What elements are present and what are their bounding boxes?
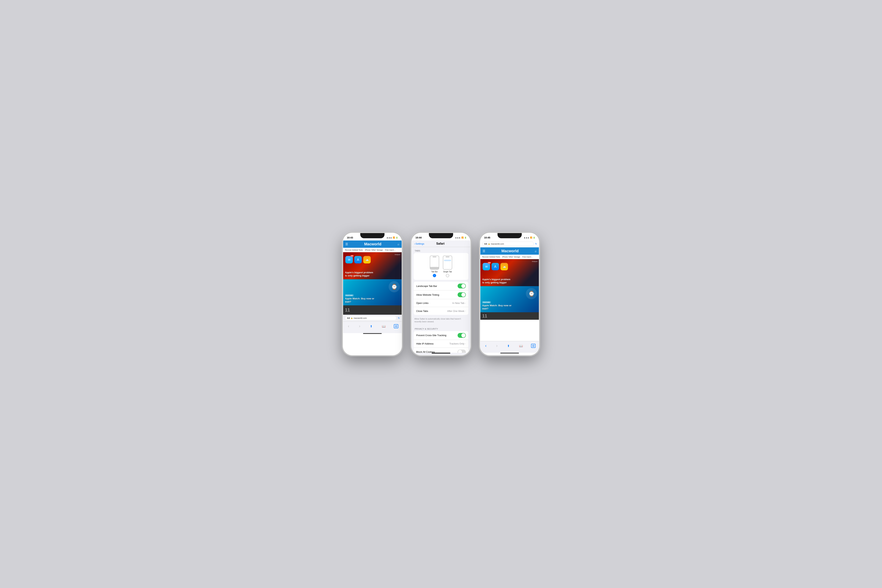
reload-icon-3[interactable]: ↻: [535, 243, 537, 245]
search-icon-1[interactable]: ⌕: [398, 243, 399, 246]
share-btn-3[interactable]: ⬆︎: [506, 344, 511, 348]
battery-icon-3: 🔋: [533, 237, 535, 238]
safari-bottom-1: ‹ › ⬆︎ 📖 ⊡: [343, 321, 402, 333]
settings-back-label[interactable]: Settings: [416, 242, 424, 245]
card-headline-3-2b: wait?: [482, 307, 512, 310]
tab-option-single[interactable]: Single Tab: [443, 256, 452, 277]
tabs-section-header: TABS: [412, 247, 470, 253]
reload-icon-1[interactable]: ↻: [398, 317, 400, 320]
landscape-tab-row[interactable]: Landscape Tab Bar: [414, 282, 468, 291]
phone1: 10:43 ▲▲▲ 📶 🔋 ☰ Macworld ⌕ Recover Delet…: [342, 232, 402, 356]
block-cookies-label: Block All Cookies: [416, 351, 458, 353]
nav-item-3-2[interactable]: iPhone 'Other' Storage: [502, 256, 520, 258]
signal-icon-3: ▲▲▲: [524, 237, 529, 238]
settings-group-tabs: Landscape Tab Bar Allow Website Tinting: [414, 282, 468, 315]
menu-icon-1[interactable]: ☰: [345, 242, 348, 246]
close-tabs-note: Allow Safari to automatically close tabs…: [412, 317, 470, 325]
macworld-header-1: ☰ Macworld ⌕: [343, 240, 402, 248]
block-cookies-row[interactable]: Block All Cookies: [414, 348, 468, 353]
settings-back-btn[interactable]: ‹ Settings: [414, 242, 424, 245]
content-spacer-3: [480, 320, 539, 341]
phone2: 10:44 ▲▲▲ 📶 🔋 ‹ Settings Safari: [411, 232, 471, 356]
notch-3: [498, 233, 522, 238]
safari-bottom-3: ‹ › ⬆︎ 📖 ⊡: [480, 341, 539, 353]
nav-item-1[interactable]: Recover Deleted Texts: [345, 249, 363, 251]
home-indicator-3: [500, 353, 519, 354]
notch-2: [429, 233, 453, 238]
wifi-icon-3: 📶: [530, 237, 532, 238]
settings-group-privacy: Prevent Cross-Site Tracking Hide IP Addr…: [414, 331, 468, 353]
tab-option-bar[interactable]: Tab Bar ✓: [430, 256, 439, 277]
forward-btn-1[interactable]: ›: [357, 323, 362, 329]
feature-badge-1: FEATURE: [345, 294, 354, 296]
nav-item-3-1[interactable]: Recover Deleted Texts: [482, 256, 500, 258]
back-btn-3[interactable]: ‹: [484, 343, 488, 349]
macworld-logo-1: Macworld: [348, 242, 398, 246]
macworld-header-3: ☰ Macworld ⌕: [480, 248, 539, 255]
lock-icon-1: 🔒: [351, 317, 353, 319]
tab-bar-label: Tab Bar: [431, 271, 438, 273]
menu-icon-3[interactable]: ☰: [483, 249, 485, 253]
bookmarks-btn-3[interactable]: 📖: [518, 344, 524, 348]
back-chevron: ‹: [414, 242, 415, 245]
block-cookies-toggle[interactable]: [458, 350, 466, 353]
hide-ip-chevron: ›: [465, 342, 466, 345]
card-headline-1b: is only getting bigger: [345, 274, 373, 278]
nav-item-3-3[interactable]: Free macO…: [522, 256, 533, 258]
nav-item-2[interactable]: iPhone 'Other' Storage: [365, 249, 383, 251]
open-links-row[interactable]: Open Links In New Tab ›: [414, 299, 468, 307]
single-tab-label: Single Tab: [443, 271, 452, 273]
close-tabs-row[interactable]: Close Tabs After One Week ›: [414, 307, 468, 315]
card-text-1: Apple's biggest problem is only getting …: [345, 271, 373, 278]
time-2: 10:44: [416, 236, 422, 239]
nav-item-3[interactable]: Free macO…: [385, 249, 396, 251]
website-tinting-row[interactable]: Allow Website Tinting: [414, 291, 468, 299]
phone3: 10:45 ▲▲▲ 📶 🔋 AA 🔒 macworld.com ↻: [480, 232, 540, 356]
single-tab-radio[interactable]: [446, 274, 449, 277]
settings-page-title: Safari: [424, 242, 456, 245]
url-bar-3[interactable]: AA 🔒 macworld.com: [482, 242, 534, 246]
forward-btn-3[interactable]: ›: [495, 343, 499, 349]
screen-1: ☰ Macworld ⌕ Recover Deleted Texts iPhon…: [343, 240, 402, 355]
url-bar-1[interactable]: AA 🔒 macworld.com: [345, 316, 396, 320]
hide-ip-row[interactable]: Hide IP Address Trackers Only ›: [414, 340, 468, 348]
article-card-3-2[interactable]: ⌚ FEATURE Apple Watch: Buy now or wait?: [480, 286, 539, 312]
signal-icon-2: ▲▲▲: [455, 237, 460, 238]
prevent-tracking-row[interactable]: Prevent Cross-Site Tracking: [414, 331, 468, 340]
landscape-label: Landscape Tab Bar: [416, 285, 458, 288]
bookmarks-btn-1[interactable]: 📖: [380, 324, 387, 329]
app-icons-3: ✉ 865 A ⛅: [483, 263, 508, 270]
tab-bar-radio[interactable]: ✓: [433, 274, 436, 277]
share-btn-1[interactable]: ⬆︎: [369, 324, 374, 329]
tabs-btn-1[interactable]: ⊡: [394, 324, 398, 328]
status-icons-2: ▲▲▲ 📶 🔋: [455, 237, 466, 238]
news-strip-3: 11: [480, 312, 539, 320]
tabs-btn-3[interactable]: ⊡: [531, 344, 536, 348]
landscape-toggle[interactable]: [458, 284, 466, 288]
article-card-1[interactable]: Wattpad ✉ 865 A ⛅: [343, 252, 402, 279]
aa-label-3[interactable]: AA: [484, 243, 487, 245]
prevent-tracking-toggle[interactable]: [458, 333, 466, 338]
close-tabs-label: Close Tabs: [416, 310, 447, 312]
battery-icon-1: 🔋: [396, 237, 398, 238]
scene: 10:43 ▲▲▲ 📶 🔋 ☰ Macworld ⌕ Recover Delet…: [342, 232, 540, 356]
hide-ip-value: Trackers Only: [449, 342, 464, 345]
privacy-section-header: PRIVACY & SECURITY: [412, 325, 470, 331]
nav-bar-3: Recover Deleted Texts iPhone 'Other' Sto…: [480, 255, 539, 259]
card-headline-1a: Apple's biggest problem: [345, 271, 373, 274]
tinting-toggle[interactable]: [458, 292, 466, 297]
back-btn-1[interactable]: ‹: [346, 323, 351, 329]
article-card-3-1[interactable]: Wattpad ✉ 865 A ⛅: [480, 259, 539, 286]
lock-icon-3: 🔒: [488, 243, 490, 245]
search-icon-3[interactable]: ⌕: [535, 249, 537, 253]
home-indicator-1: [363, 333, 382, 334]
address-bar-3: AA 🔒 macworld.com ↻: [480, 240, 539, 248]
aa-label-1[interactable]: AA: [347, 317, 350, 319]
open-links-label: Open Links: [416, 302, 452, 304]
settings-body[interactable]: TABS Tab Bar ✓: [412, 247, 470, 353]
card-headline-3-1a: Apple's biggest problem: [482, 278, 510, 281]
address-bar-1: AA 🔒 macworld.com ↻: [343, 315, 402, 321]
article-card-2[interactable]: ⌚ FEATURE Apple Watch: Buy now or wait?: [343, 279, 402, 305]
notch: [360, 233, 384, 238]
signal-icon-1: ▲▲▲: [386, 237, 392, 238]
